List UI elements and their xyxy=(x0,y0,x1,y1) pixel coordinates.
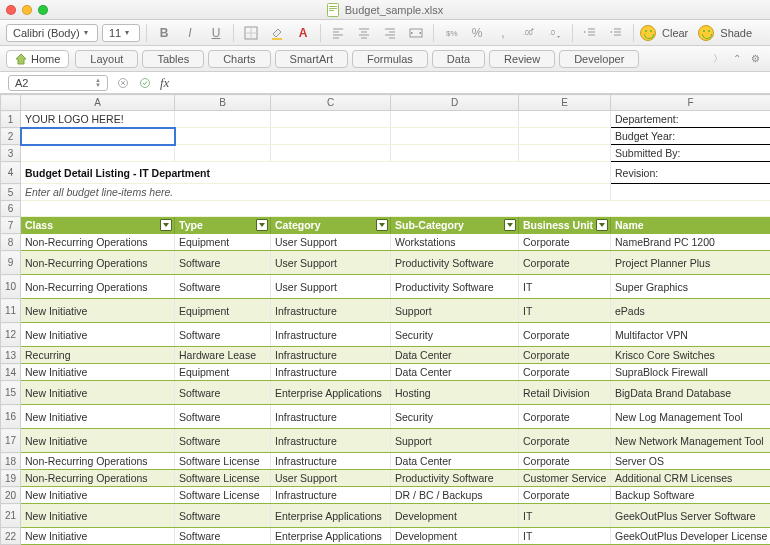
selected-cell[interactable] xyxy=(21,128,175,145)
percent-button[interactable]: % xyxy=(466,23,488,43)
cell[interactable]: Submitted By: xyxy=(611,145,771,162)
cell[interactable]: Enterprise Applications xyxy=(271,504,391,528)
cell[interactable]: SupraBlock Firewall xyxy=(611,364,771,381)
cell[interactable]: Corporate xyxy=(519,453,611,470)
cell-reference-box[interactable]: A2 ▲▼ xyxy=(8,75,108,91)
row-header[interactable]: 10 xyxy=(1,275,21,299)
row-header[interactable]: 8 xyxy=(1,234,21,251)
cell[interactable]: Enterprise Applications xyxy=(271,528,391,545)
font-family-combo[interactable]: Calibri (Body)▾ xyxy=(6,24,98,42)
table-header-cell[interactable]: Category xyxy=(271,217,391,234)
cell[interactable]: Infrastructure xyxy=(271,323,391,347)
confirm-formula-button[interactable] xyxy=(138,76,152,90)
row-header[interactable]: 21 xyxy=(1,504,21,528)
cell[interactable] xyxy=(271,128,391,145)
align-center-button[interactable] xyxy=(353,23,375,43)
merge-cells-button[interactable] xyxy=(405,23,427,43)
ribbon-tab[interactable]: Tables xyxy=(142,50,204,68)
cell[interactable]: Data Center xyxy=(391,453,519,470)
filter-button[interactable] xyxy=(504,219,516,231)
cell[interactable]: Recurring xyxy=(21,347,175,364)
column-header[interactable]: E xyxy=(519,95,611,111)
subtitle-cell[interactable]: Enter all budget line-items here. xyxy=(21,184,611,201)
cell[interactable] xyxy=(271,145,391,162)
column-header[interactable]: A xyxy=(21,95,175,111)
row-header[interactable]: 13 xyxy=(1,347,21,364)
cell[interactable]: IT xyxy=(519,275,611,299)
cell[interactable] xyxy=(519,128,611,145)
ribbon-tab[interactable]: Developer xyxy=(559,50,639,68)
table-header-cell[interactable]: Name xyxy=(611,217,771,234)
cell[interactable]: New Network Management Tool xyxy=(611,429,771,453)
cell[interactable]: Non-Recurring Operations xyxy=(21,234,175,251)
shade-button[interactable]: Shade xyxy=(698,25,752,41)
cell[interactable]: Equipment xyxy=(175,299,271,323)
minimize-window-button[interactable] xyxy=(22,5,32,15)
cell[interactable]: Infrastructure xyxy=(271,364,391,381)
increase-decimal-button[interactable]: .00 xyxy=(518,23,540,43)
row-header[interactable]: 2 xyxy=(1,128,21,145)
cell[interactable]: Non-Recurring Operations xyxy=(21,470,175,487)
cell[interactable]: IT xyxy=(519,299,611,323)
ribbon-settings-button[interactable]: ⚙ xyxy=(747,53,764,64)
filter-button[interactable] xyxy=(596,219,608,231)
cell[interactable]: Corporate xyxy=(519,429,611,453)
cell[interactable]: New Initiative xyxy=(21,504,175,528)
cell[interactable]: Security xyxy=(391,405,519,429)
cell[interactable]: Data Center xyxy=(391,364,519,381)
formula-input[interactable] xyxy=(177,75,762,91)
cell[interactable]: Hosting xyxy=(391,381,519,405)
row-header[interactable]: 11 xyxy=(1,299,21,323)
row-header[interactable]: 9 xyxy=(1,251,21,275)
cell[interactable]: Data Center xyxy=(391,347,519,364)
ribbon-tab[interactable]: Review xyxy=(489,50,555,68)
cell[interactable]: Corporate xyxy=(519,487,611,504)
cell[interactable] xyxy=(271,111,391,128)
cell[interactable]: Non-Recurring Operations xyxy=(21,453,175,470)
increase-indent-button[interactable] xyxy=(579,23,601,43)
zoom-window-button[interactable] xyxy=(38,5,48,15)
cell[interactable]: Software xyxy=(175,429,271,453)
row-header[interactable]: 15 xyxy=(1,381,21,405)
cell[interactable]: ePads xyxy=(611,299,771,323)
cell[interactable]: New Initiative xyxy=(21,299,175,323)
cell[interactable]: Additional CRM Licenses xyxy=(611,470,771,487)
number-format-button[interactable]: $% xyxy=(440,23,462,43)
ribbon-tab[interactable]: Layout xyxy=(75,50,138,68)
cell[interactable]: Equipment xyxy=(175,364,271,381)
cell[interactable] xyxy=(391,128,519,145)
cell[interactable]: Software License xyxy=(175,453,271,470)
cell[interactable]: Infrastructure xyxy=(271,429,391,453)
cell[interactable]: Backup Software xyxy=(611,487,771,504)
cell[interactable] xyxy=(21,201,771,217)
cell[interactable]: User Support xyxy=(271,251,391,275)
row-header[interactable]: 3 xyxy=(1,145,21,162)
cell[interactable]: Infrastructure xyxy=(271,487,391,504)
row-header[interactable]: 12 xyxy=(1,323,21,347)
cell[interactable] xyxy=(21,145,175,162)
column-header[interactable]: C xyxy=(271,95,391,111)
cell[interactable]: YOUR LOGO HERE! xyxy=(21,111,175,128)
cell[interactable]: Infrastructure xyxy=(271,453,391,470)
cell[interactable] xyxy=(175,145,271,162)
select-all-corner[interactable] xyxy=(1,95,21,111)
cell[interactable]: IT xyxy=(519,528,611,545)
spreadsheet-grid[interactable]: A B C D E F 1 YOUR LOGO HERE! Departemen… xyxy=(0,94,770,545)
cell[interactable]: Multifactor VPN xyxy=(611,323,771,347)
cell[interactable]: Non-Recurring Operations xyxy=(21,275,175,299)
cell[interactable] xyxy=(175,128,271,145)
ribbon-collapse-button[interactable]: ⌃ xyxy=(729,53,745,64)
cell[interactable]: Enterprise Applications xyxy=(271,381,391,405)
cell[interactable]: Infrastructure xyxy=(271,347,391,364)
cell[interactable]: Support xyxy=(391,429,519,453)
decrease-indent-button[interactable] xyxy=(605,23,627,43)
row-header[interactable]: 19 xyxy=(1,470,21,487)
row-header[interactable]: 1 xyxy=(1,111,21,128)
cell[interactable]: New Log Management Tool xyxy=(611,405,771,429)
cancel-formula-button[interactable] xyxy=(116,76,130,90)
cell[interactable]: Corporate xyxy=(519,323,611,347)
cell[interactable] xyxy=(391,145,519,162)
filter-button[interactable] xyxy=(256,219,268,231)
row-header[interactable]: 14 xyxy=(1,364,21,381)
cell[interactable] xyxy=(519,145,611,162)
